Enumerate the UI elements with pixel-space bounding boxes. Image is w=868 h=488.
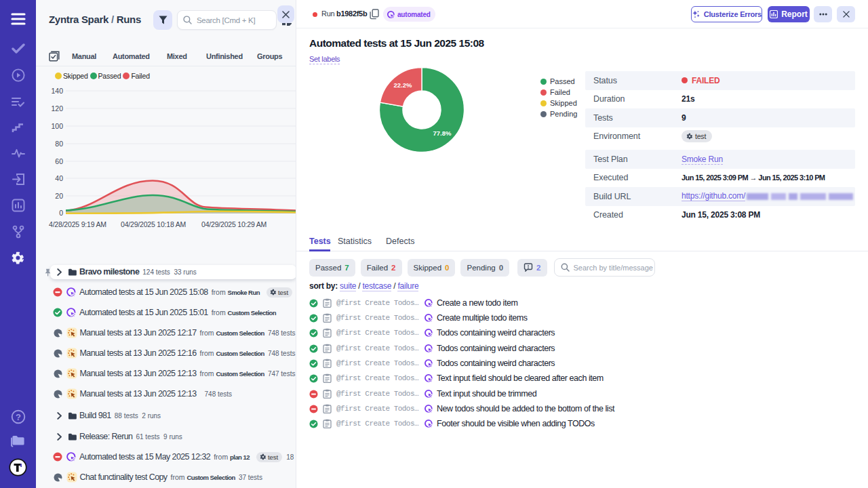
svg-text:77.8%: 77.8% <box>433 129 452 137</box>
svg-text:22.2%: 22.2% <box>394 81 412 89</box>
svg-text:80: 80 <box>55 140 63 148</box>
svg-text:?: ? <box>16 412 21 422</box>
svg-text:0: 0 <box>59 209 63 217</box>
svg-text:60: 60 <box>55 157 63 165</box>
svg-text:100: 100 <box>51 122 63 130</box>
svg-text:20: 20 <box>55 192 63 200</box>
svg-text:120: 120 <box>51 104 63 113</box>
svg-text:40: 40 <box>55 174 63 182</box>
svg-text:140: 140 <box>51 87 63 95</box>
